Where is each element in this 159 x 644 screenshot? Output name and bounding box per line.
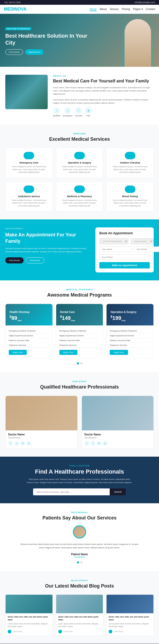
nav-contact[interactable]: Contact bbox=[146, 8, 155, 11]
testimonial-dots bbox=[5, 561, 154, 563]
doctor-search-input[interactable] bbox=[33, 488, 110, 495]
department-select[interactable]: Choose Department bbox=[99, 238, 129, 244]
form-row-2 bbox=[99, 246, 150, 252]
free-icon: ★ bbox=[85, 107, 92, 114]
feature-4: Telephone Services bbox=[9, 343, 49, 348]
blog-date-3: Latest Blog bbox=[114, 630, 123, 632]
blog-body-3: Dolor cilta vero elite sea stet dolor ju… bbox=[107, 613, 153, 635]
program-body: Emergency Medical Treatment Highly Exper… bbox=[56, 325, 103, 358]
apply-surgery-btn[interactable]: Apply Now bbox=[110, 350, 128, 355]
doctors-grid: Doctor Name Specialization f t in p Doct… bbox=[5, 396, 154, 449]
blog-author-avatar-2 bbox=[58, 630, 62, 633]
find-text: Duis ipsum ante felis donec sed. Tempor … bbox=[26, 478, 132, 485]
appointment-btn[interactable]: Appointment bbox=[25, 49, 43, 55]
testimonial-dot-2[interactable] bbox=[80, 561, 82, 563]
dot-1[interactable] bbox=[77, 362, 79, 364]
blog-meta-2: Latest Blog bbox=[58, 630, 101, 633]
program-name: Dental Care bbox=[60, 311, 99, 314]
surgery-image bbox=[5, 75, 48, 109]
nav-home[interactable]: Home bbox=[90, 8, 97, 11]
doctor-info-1: Doctor Name Specialization f t in p bbox=[6, 430, 77, 448]
blog-card-3: Dolor cilta vero elite sea stet dolor ju… bbox=[106, 594, 154, 636]
phone-number: +61 234 6 2345 bbox=[4, 1, 21, 4]
about-text2: Lorem ipsum dolor sit amet, consectetur … bbox=[53, 98, 154, 105]
doctors-header: OUR STAFF Qualified Healthcare Professio… bbox=[5, 380, 154, 390]
testimonial-text: Eleisend sed duis cilita tempor justo do… bbox=[20, 542, 139, 550]
doctor-select[interactable]: Select Doctor bbox=[131, 238, 154, 244]
logo[interactable]: MEDINOVA bbox=[4, 7, 26, 12]
apply-dental-btn[interactable]: Apply Now bbox=[59, 350, 77, 355]
email-input[interactable] bbox=[134, 246, 159, 252]
program-health: Health Checkup $99Year Emergency Medical… bbox=[5, 304, 53, 359]
qualified-icon: ✓ bbox=[53, 107, 60, 114]
feature-label: Accurate bbox=[75, 115, 82, 117]
facebook-icon[interactable]: f bbox=[8, 441, 13, 446]
program-price: $149Year bbox=[60, 315, 99, 322]
phone-input[interactable] bbox=[99, 254, 150, 260]
doctor-name-1: Doctor Name bbox=[8, 433, 75, 436]
doctor-info-2: Doctor Name Specialization f t in p bbox=[82, 430, 154, 448]
blog-title-3: Dolor cilta vero elite sea stet dolor ju… bbox=[109, 615, 151, 621]
read-more-btn[interactable]: Read More bbox=[26, 257, 44, 263]
nav-service[interactable]: Service bbox=[110, 8, 118, 11]
name-input[interactable] bbox=[99, 246, 132, 252]
emergency-icon: ⚕ bbox=[64, 107, 71, 114]
blog-grid: Dolor cilta vero elite sea stet dolor ju… bbox=[5, 594, 154, 636]
twitter-icon[interactable]: t bbox=[14, 441, 19, 446]
feature-label: Qualified bbox=[53, 115, 60, 117]
submit-appointment-btn[interactable]: Make An Appointment bbox=[99, 262, 150, 268]
blog-title-1: Dolor cilta vero elite sea stet dolor ju… bbox=[8, 615, 50, 621]
service-desc: Fusce volutpat leo ipsum, vel laoreet ri… bbox=[59, 165, 100, 174]
nav-pricing[interactable]: Pricing bbox=[122, 8, 130, 11]
instagram-icon[interactable]: p bbox=[26, 441, 31, 446]
feature-qualified: ✓ Qualified bbox=[53, 107, 60, 117]
feature-label: Free bbox=[86, 115, 90, 117]
patient-avatar bbox=[73, 525, 86, 539]
carousel-dots bbox=[5, 362, 154, 364]
find-doctor-appt-btn[interactable]: Find Doctor bbox=[5, 257, 24, 263]
blog-body-2: Dolor cilta vero elite sea stet dolor ju… bbox=[56, 613, 103, 635]
feature-1: Emergency Medical Treatment bbox=[110, 329, 150, 333]
blog-title: Our Latest Medical Blog Posts bbox=[5, 583, 154, 589]
hero-doctor-image bbox=[122, 16, 154, 67]
search-button[interactable]: Search bbox=[110, 488, 126, 495]
linkedin-icon[interactable]: in bbox=[20, 441, 25, 446]
service-desc: Fusce volutpat leo ipsum, vel laoreet ri… bbox=[9, 199, 49, 208]
program-surgery-header: Operation & Surgery $199Year bbox=[107, 304, 153, 326]
blog-header: BLOG POSTS Our Latest Medical Blog Posts bbox=[5, 579, 154, 589]
facebook-icon[interactable]: f bbox=[85, 441, 89, 446]
programs-section: MEDICAL PACKAGES Awesome Medical Program… bbox=[0, 280, 159, 372]
service-name: Emergency Care bbox=[9, 161, 49, 164]
services-tag: SERVICES bbox=[5, 133, 154, 135]
feature-free: ★ Free bbox=[85, 107, 92, 117]
linkedin-icon[interactable]: in bbox=[97, 441, 101, 446]
dot-2[interactable] bbox=[80, 362, 82, 364]
service-pharmacy: Medicine & Pharmacy Fusce volutpat leo i… bbox=[56, 181, 103, 212]
service-outdoor: Outdoor Checkup Fusce volutpat leo ipsum… bbox=[106, 148, 154, 178]
about-section: ABOUT US Best Medical Care For Yourself … bbox=[0, 67, 159, 125]
service-desc: Fusce volutpat leo ipsum, vel laoreet ri… bbox=[110, 199, 150, 208]
testimonial-dot-1[interactable] bbox=[77, 561, 79, 563]
programs-grid: Health Checkup $99Year Emergency Medical… bbox=[5, 304, 154, 359]
find-title: Find A Healthcare Professionals bbox=[5, 468, 154, 475]
doctor-silhouette bbox=[125, 19, 151, 67]
program-body: Emergency Medical Treatment Highly Exper… bbox=[6, 325, 52, 358]
service-emergency: Emergency Care Fusce volutpat leo ipsum,… bbox=[5, 148, 53, 178]
blog-image-2 bbox=[56, 595, 103, 613]
apply-health-btn[interactable]: Apply Now bbox=[9, 350, 27, 355]
find-doctor-btn[interactable]: Find Doctor bbox=[5, 49, 23, 55]
nav-pages[interactable]: Pages ▾ bbox=[133, 8, 143, 11]
instagram-icon[interactable]: p bbox=[103, 441, 108, 446]
hero-badge: WELCOME TO MEDINOVA bbox=[5, 27, 31, 30]
blog-date-1: Latest Blog bbox=[13, 630, 22, 632]
form-row-1: Choose Department Select Doctor bbox=[99, 238, 150, 244]
feature-3: Platinum Success Rate bbox=[9, 338, 49, 343]
doctor-social-1: f t in p bbox=[8, 441, 75, 446]
nav-about[interactable]: About bbox=[100, 8, 107, 11]
service-name: Blood Testing bbox=[110, 195, 150, 198]
feature-3: Platinum Success Rate bbox=[59, 338, 100, 343]
twitter-icon[interactable]: t bbox=[91, 441, 95, 446]
doctors-title: Qualified Healthcare Professionals bbox=[5, 384, 154, 390]
blog-meta-3: Latest Blog bbox=[109, 630, 151, 633]
emergency-care-icon bbox=[24, 152, 34, 159]
